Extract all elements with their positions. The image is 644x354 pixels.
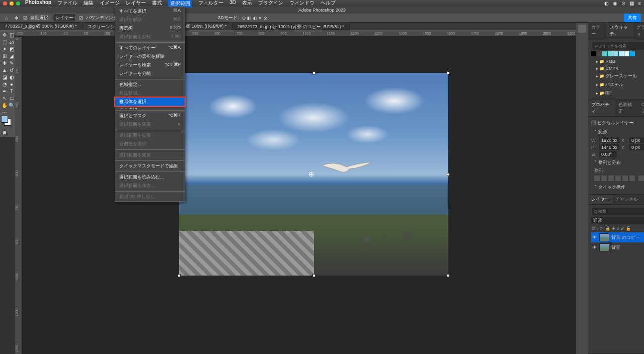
menu-表示[interactable]: 表示 — [242, 0, 252, 8]
menu-item[interactable]: レイヤーを分離 — [115, 69, 185, 78]
menu-item[interactable]: レイヤーを検索⌥⇧⌘F — [115, 61, 185, 69]
blend-mode[interactable]: 通常 — [591, 217, 644, 224]
panel-tab[interactable]: 色調補正 — [615, 100, 638, 116]
transform-handle[interactable] — [178, 274, 181, 277]
document-tabs[interactable]: 4783257_s.jpg @ 100% (RGB/8#) *スクリーンショ..… — [0, 23, 644, 30]
panel-tab[interactable]: レイヤー — [588, 195, 612, 204]
marquee-tool-icon[interactable]: ⬚ — [1, 38, 8, 45]
menu-Photoshop[interactable]: Photoshop — [25, 0, 51, 8]
dodge-tool-icon[interactable]: ● — [8, 80, 15, 87]
panel-tab[interactable]: グラデーショ — [633, 23, 644, 39]
transform-handle[interactable] — [312, 274, 315, 277]
menu-item[interactable]: すべてのレイヤー⌥⌘A — [115, 44, 185, 52]
move-tool-icon[interactable]: ✥ — [13, 15, 20, 22]
visibility-icon[interactable]: 👁 — [592, 245, 597, 250]
swatch-folder[interactable]: CMYK — [591, 65, 644, 72]
pen-tool-icon[interactable]: ✒ — [1, 87, 8, 95]
share-button[interactable]: 共有 — [624, 14, 641, 22]
height-field[interactable]: 1440 px — [599, 144, 619, 150]
width-field[interactable]: 1920 px — [599, 137, 619, 143]
wand-tool-icon[interactable]: ✦ — [1, 45, 8, 52]
history-brush-icon[interactable]: ↺ — [8, 66, 15, 73]
document-image[interactable]: ⊕ — [179, 73, 448, 276]
quick-actions-section[interactable]: クイック操作 — [591, 183, 644, 192]
swatch-folder[interactable]: グレースケール — [591, 72, 644, 80]
frame-tool-icon[interactable]: ⊞ — [1, 52, 8, 59]
3d-mode-icons[interactable]: ⊙ ◧ ◐ ✦ ※ — [242, 16, 268, 21]
color-swatch[interactable] — [1, 116, 15, 129]
bbox-checkbox[interactable]: ☑ — [79, 16, 83, 21]
layer-row[interactable]: 👁背景 — [591, 242, 644, 252]
visibility-icon[interactable]: 👁 — [592, 235, 597, 240]
panel-icon[interactable] — [578, 25, 586, 33]
transform-anchor-icon[interactable]: ⊕ — [308, 170, 314, 178]
menu-item[interactable]: 選択とマスク...⌥⌘R — [115, 112, 185, 120]
hand-tool-icon[interactable]: ✋ — [1, 102, 8, 109]
eyedropper-tool-icon[interactable]: ◢ — [8, 52, 15, 59]
menu-3D[interactable]: 3D — [229, 0, 236, 8]
type-tool-icon[interactable]: T — [8, 87, 15, 95]
swatch-folder[interactable]: RGB — [591, 58, 644, 65]
quickmask-icon[interactable]: ◙ — [1, 129, 8, 136]
options-bar[interactable]: ⌂ ✥ ☑ 自動選択: レイヤー ☑ バウンディングボックスを表 3Dモード: … — [0, 14, 644, 23]
menu-item[interactable]: 選択範囲を読み込む... — [115, 173, 185, 182]
brush-tool-icon[interactable]: ✎ — [8, 59, 15, 66]
canvas-area[interactable]: ⊕ — [22, 37, 576, 354]
crop-tool-icon[interactable]: ◩ — [8, 45, 15, 52]
properties-tabs[interactable]: プロパティ色調補正CC ライブ — [588, 100, 644, 117]
blur-tool-icon[interactable]: ◔ — [1, 80, 8, 87]
transform-section[interactable]: 変形 — [591, 127, 644, 137]
menu-ファイル[interactable]: ファイル — [57, 0, 77, 8]
panel-tab[interactable]: パス — [641, 195, 644, 204]
lock-row[interactable]: ロック: 🔒 ✚ ⊕ 🖌 🔓 — [591, 225, 644, 232]
panel-tab[interactable]: プロパティ — [588, 100, 615, 116]
swatch-folder[interactable]: パステル — [591, 80, 644, 89]
menu-item[interactable]: 再選択⇧⌘D — [115, 24, 185, 33]
auto-select-checkbox[interactable]: ☑ — [23, 16, 27, 21]
panel-strip[interactable] — [576, 23, 588, 354]
panel-tab[interactable]: カラー — [588, 23, 607, 39]
menu-編集[interactable]: 編集 — [84, 0, 94, 8]
stamp-tool-icon[interactable]: ▲ — [1, 66, 8, 73]
layer-thumb[interactable] — [599, 243, 609, 251]
panel-tab[interactable]: チャンネル — [612, 195, 641, 204]
gradient-tool-icon[interactable]: ◐ — [8, 73, 15, 80]
artboard-tool-icon[interactable]: ◫ — [8, 31, 15, 38]
home-icon[interactable]: ⌂ — [3, 15, 10, 22]
menu-item[interactable]: すべてを選択⌘A — [115, 7, 185, 16]
minimize-icon[interactable] — [10, 2, 14, 6]
align-section[interactable]: 整列と分布 — [591, 158, 644, 167]
tools-panel[interactable]: ✥◫ ⬚ᔕ ✦◩ ⊞◢ ✚✎ ▲↺ ◪◐ ◔● ✒T ↖▭ ✋🔍 ⋯ ◙ — [0, 30, 15, 137]
menu-item[interactable]: 色域指定... — [115, 80, 185, 89]
zoom-icon[interactable] — [16, 2, 20, 6]
more-tools-icon[interactable]: ⋯ — [1, 109, 8, 116]
zoom-tool-icon[interactable]: 🔍 — [8, 102, 15, 109]
color-tabs[interactable]: カラースウォッチグラデーショ — [588, 23, 644, 39]
transform-handle[interactable] — [447, 71, 450, 74]
menu-item[interactable]: 被写体を選択 — [115, 98, 185, 106]
eraser-tool-icon[interactable]: ◪ — [1, 73, 8, 80]
transform-handle[interactable] — [447, 173, 450, 176]
window-controls[interactable] — [3, 2, 20, 6]
swatch-search[interactable]: スウォッチを検索 — [592, 42, 644, 50]
panel-tab[interactable]: CC ライブ — [638, 100, 644, 116]
x-field[interactable]: 0 px — [629, 137, 644, 143]
swatch-folder[interactable]: 明 — [591, 89, 644, 98]
layer-row[interactable]: 👁背景 のコピー — [591, 232, 644, 242]
panel-tab[interactable]: スウォッチ — [607, 23, 633, 39]
menu-フィルター[interactable]: フィルター — [198, 0, 223, 8]
swatch-row[interactable] — [591, 51, 644, 56]
path-tool-icon[interactable]: ↖ — [1, 95, 8, 102]
angle-field[interactable]: 0.00° — [599, 151, 617, 157]
doc-tab[interactable]: 26522173_m.jpg @ 100% (背景 のコピー, RGB/8#) … — [232, 23, 350, 30]
transform-handle[interactable] — [312, 71, 315, 74]
doc-tab[interactable]: 4783257_s.jpg @ 100% (RGB/8#) * — [0, 23, 83, 30]
auto-select-target[interactable]: レイヤー — [53, 14, 76, 22]
lasso-tool-icon[interactable]: ᔕ — [8, 38, 15, 45]
menu-プラグイン[interactable]: プラグイン — [258, 0, 283, 8]
layer-filter[interactable]: Q 種類 — [592, 208, 644, 215]
menu-item[interactable]: レイヤーの選択を解除 — [115, 52, 185, 61]
y-field[interactable]: 0 px — [629, 144, 644, 150]
move-tool-icon[interactable]: ✥ — [1, 31, 8, 38]
layers-tabs[interactable]: レイヤーチャンネルパス — [588, 195, 644, 205]
